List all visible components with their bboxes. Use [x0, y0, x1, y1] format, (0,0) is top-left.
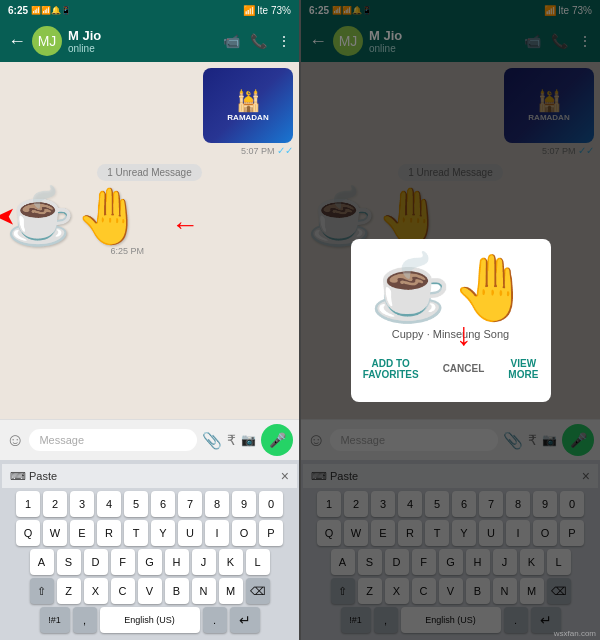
key-z[interactable]: Z	[57, 578, 81, 604]
key-row-zxcv: ⇧ Z X C V B N M ⌫	[2, 578, 297, 604]
unread-divider-left: 1 Unread Message	[97, 164, 202, 181]
key-backspace[interactable]: ⌫	[246, 578, 270, 604]
red-arrow-left: ➤	[0, 204, 14, 230]
key-h[interactable]: H	[165, 549, 189, 575]
msg-cuppy-left: ☕🤚 ➤ ← 6:25 PM	[6, 189, 144, 256]
red-indicator-left: ←	[171, 209, 199, 241]
key-g[interactable]: G	[138, 549, 162, 575]
keyboard-close-left[interactable]: ×	[281, 468, 289, 484]
key-r[interactable]: R	[97, 520, 121, 546]
status-time-left: 6:25 📶📶🔔📱	[8, 5, 71, 16]
key-b[interactable]: B	[165, 578, 189, 604]
key-l[interactable]: L	[246, 549, 270, 575]
left-panel: 6:25 📶📶🔔📱 📶 lte 73% ← MJ M Jio online 📹 …	[0, 0, 299, 640]
key-a[interactable]: A	[30, 549, 54, 575]
status-bar-left: 6:25 📶📶🔔📱 📶 lte 73%	[0, 0, 299, 20]
status-icons-left: 📶 lte 73%	[243, 5, 291, 16]
key-t[interactable]: T	[124, 520, 148, 546]
key-9[interactable]: 9	[232, 491, 256, 517]
key-0[interactable]: 0	[259, 491, 283, 517]
key-c[interactable]: C	[111, 578, 135, 604]
msg-ramadan-left: 🕌 RAMADAN 5:07 PM ✓✓	[203, 68, 293, 156]
key-shift[interactable]: ⇧	[30, 578, 54, 604]
key-space[interactable]: English (US)	[100, 607, 200, 633]
sticker-detail-modal: ☕🤚 Cuppy · Minseung Song ADD TO FAVORITE…	[351, 239, 551, 402]
input-bar-left: ☺ Message 📎 ₹ 📷 🎤	[0, 419, 299, 460]
modal-sticker-preview: ☕🤚	[370, 255, 532, 320]
key-enter[interactable]: ↵	[230, 607, 260, 633]
key-p[interactable]: P	[259, 520, 283, 546]
red-arrow-down: ↓	[456, 318, 472, 350]
ramadan-sticker-left: 🕌 RAMADAN	[203, 68, 293, 143]
back-button-left[interactable]: ←	[8, 31, 26, 52]
key-7[interactable]: 7	[178, 491, 202, 517]
key-4[interactable]: 4	[97, 491, 121, 517]
cancel-button[interactable]: CANCEL	[435, 352, 493, 386]
paste-option-left[interactable]: ⌨ Paste	[10, 470, 57, 483]
key-row-asdf: A S D F G H J K L	[2, 549, 297, 575]
key-1[interactable]: 1	[16, 491, 40, 517]
keyboard-left: ⌨ Paste × 1 2 3 4 5 6 7 8 9 0 Q W E R T …	[0, 460, 299, 640]
app-bar-left: ← MJ M Jio online 📹 📞 ⋮	[0, 20, 299, 62]
video-call-icon-left[interactable]: 📹	[223, 33, 240, 49]
key-6[interactable]: 6	[151, 491, 175, 517]
key-3[interactable]: 3	[70, 491, 94, 517]
key-m[interactable]: M	[219, 578, 243, 604]
sticker-info: Cuppy · Minseung Song	[392, 328, 509, 340]
key-2[interactable]: 2	[43, 491, 67, 517]
phone-icon-left[interactable]: 📞	[250, 33, 267, 49]
view-more-button[interactable]: VIEW MORE	[500, 352, 546, 386]
key-5[interactable]: 5	[124, 491, 148, 517]
add-to-favorites-button[interactable]: ADD TO FAVORITES	[355, 352, 427, 386]
cuppy-sticker-left: ☕🤚	[6, 185, 144, 247]
key-k[interactable]: K	[219, 549, 243, 575]
key-u[interactable]: U	[178, 520, 202, 546]
keyboard-topbar-left: ⌨ Paste ×	[2, 464, 297, 488]
watermark: wsxfan.com	[554, 629, 596, 638]
avatar-left: MJ	[32, 26, 62, 56]
key-numpad[interactable]: !#1	[40, 607, 70, 633]
contact-info-left: M Jio online	[68, 28, 217, 54]
key-q[interactable]: Q	[16, 520, 40, 546]
attach-button-left[interactable]: 📎	[202, 431, 222, 450]
chat-area-left: 🕌 RAMADAN 5:07 PM ✓✓ 1 Unread Message ☕🤚…	[0, 62, 299, 419]
key-d[interactable]: D	[84, 549, 108, 575]
key-w[interactable]: W	[43, 520, 67, 546]
camera-button-left[interactable]: 📷	[241, 433, 256, 447]
contact-status-left: online	[68, 43, 217, 54]
modal-action-buttons: ADD TO FAVORITES CANCEL VIEW MORE	[355, 352, 547, 386]
key-x[interactable]: X	[84, 578, 108, 604]
key-n[interactable]: N	[192, 578, 216, 604]
key-o[interactable]: O	[232, 520, 256, 546]
rupee-button-left[interactable]: ₹	[227, 432, 236, 448]
key-s[interactable]: S	[57, 549, 81, 575]
mic-button-left[interactable]: 🎤	[261, 424, 293, 456]
key-v[interactable]: V	[138, 578, 162, 604]
key-f[interactable]: F	[111, 549, 135, 575]
key-row-numbers: 1 2 3 4 5 6 7 8 9 0	[2, 491, 297, 517]
key-comma[interactable]: ,	[73, 607, 97, 633]
menu-icon-left[interactable]: ⋮	[277, 33, 291, 49]
app-bar-actions-left: 📹 📞 ⋮	[223, 33, 291, 49]
key-e[interactable]: E	[70, 520, 94, 546]
key-y[interactable]: Y	[151, 520, 175, 546]
key-8[interactable]: 8	[205, 491, 229, 517]
key-j[interactable]: J	[192, 549, 216, 575]
msg-time-cuppy-left: 6:25 PM	[6, 246, 144, 256]
emoji-button-left[interactable]: ☺	[6, 430, 24, 451]
right-panel: 6:25 📶📶🔔📱 📶 lte 73% ← MJ M Jio online 📹 …	[301, 0, 600, 640]
modal-overlay: ☕🤚 Cuppy · Minseung Song ADD TO FAVORITE…	[301, 0, 600, 640]
key-row-bottom: !#1 , English (US) . ↵	[2, 607, 297, 633]
key-i[interactable]: I	[205, 520, 229, 546]
message-input-left[interactable]: Message	[29, 429, 197, 451]
key-period[interactable]: .	[203, 607, 227, 633]
contact-name-left: M Jio	[68, 28, 217, 43]
key-row-qwerty: Q W E R T Y U I O P	[2, 520, 297, 546]
msg-time-ramadan-left: 5:07 PM ✓✓	[203, 145, 293, 156]
